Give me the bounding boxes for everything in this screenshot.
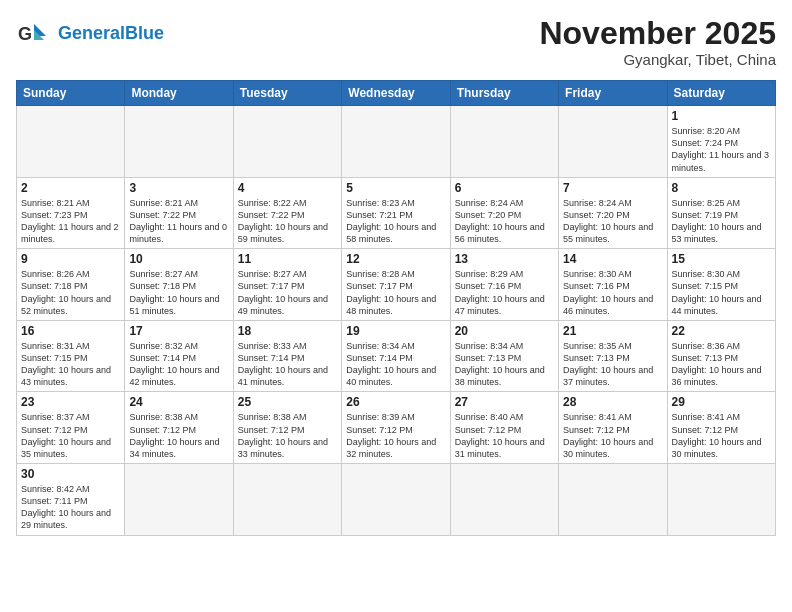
calendar-cell	[667, 464, 775, 536]
calendar-cell: 16Sunrise: 8:31 AM Sunset: 7:15 PM Dayli…	[17, 320, 125, 392]
logo-text: GeneralBlue	[58, 24, 164, 44]
day-info: Sunrise: 8:27 AM Sunset: 7:17 PM Dayligh…	[238, 268, 337, 317]
day-number: 12	[346, 252, 445, 266]
logo: G GeneralBlue	[16, 16, 164, 52]
calendar-cell	[342, 106, 450, 178]
day-number: 20	[455, 324, 554, 338]
calendar-cell: 1Sunrise: 8:20 AM Sunset: 7:24 PM Daylig…	[667, 106, 775, 178]
day-info: Sunrise: 8:42 AM Sunset: 7:11 PM Dayligh…	[21, 483, 120, 532]
svg-text:G: G	[18, 24, 32, 44]
calendar-cell: 8Sunrise: 8:25 AM Sunset: 7:19 PM Daylig…	[667, 177, 775, 249]
day-number: 23	[21, 395, 120, 409]
day-info: Sunrise: 8:38 AM Sunset: 7:12 PM Dayligh…	[238, 411, 337, 460]
day-number: 21	[563, 324, 662, 338]
day-number: 5	[346, 181, 445, 195]
day-number: 27	[455, 395, 554, 409]
calendar-cell: 2Sunrise: 8:21 AM Sunset: 7:23 PM Daylig…	[17, 177, 125, 249]
calendar-cell: 18Sunrise: 8:33 AM Sunset: 7:14 PM Dayli…	[233, 320, 341, 392]
day-number: 26	[346, 395, 445, 409]
day-info: Sunrise: 8:41 AM Sunset: 7:12 PM Dayligh…	[563, 411, 662, 460]
day-info: Sunrise: 8:32 AM Sunset: 7:14 PM Dayligh…	[129, 340, 228, 389]
calendar-cell: 25Sunrise: 8:38 AM Sunset: 7:12 PM Dayli…	[233, 392, 341, 464]
calendar-week-2: 9Sunrise: 8:26 AM Sunset: 7:18 PM Daylig…	[17, 249, 776, 321]
calendar-header-wednesday: Wednesday	[342, 81, 450, 106]
day-number: 15	[672, 252, 771, 266]
logo-icon: G	[16, 16, 52, 52]
day-info: Sunrise: 8:38 AM Sunset: 7:12 PM Dayligh…	[129, 411, 228, 460]
calendar-week-3: 16Sunrise: 8:31 AM Sunset: 7:15 PM Dayli…	[17, 320, 776, 392]
day-number: 11	[238, 252, 337, 266]
month-title: November 2025	[539, 16, 776, 51]
calendar-cell	[125, 106, 233, 178]
day-number: 14	[563, 252, 662, 266]
day-info: Sunrise: 8:29 AM Sunset: 7:16 PM Dayligh…	[455, 268, 554, 317]
calendar-cell: 14Sunrise: 8:30 AM Sunset: 7:16 PM Dayli…	[559, 249, 667, 321]
day-info: Sunrise: 8:34 AM Sunset: 7:13 PM Dayligh…	[455, 340, 554, 389]
day-number: 29	[672, 395, 771, 409]
calendar-cell: 17Sunrise: 8:32 AM Sunset: 7:14 PM Dayli…	[125, 320, 233, 392]
calendar-cell: 13Sunrise: 8:29 AM Sunset: 7:16 PM Dayli…	[450, 249, 558, 321]
calendar-cell	[342, 464, 450, 536]
day-info: Sunrise: 8:25 AM Sunset: 7:19 PM Dayligh…	[672, 197, 771, 246]
calendar-cell: 5Sunrise: 8:23 AM Sunset: 7:21 PM Daylig…	[342, 177, 450, 249]
calendar-cell: 9Sunrise: 8:26 AM Sunset: 7:18 PM Daylig…	[17, 249, 125, 321]
day-info: Sunrise: 8:39 AM Sunset: 7:12 PM Dayligh…	[346, 411, 445, 460]
calendar-week-1: 2Sunrise: 8:21 AM Sunset: 7:23 PM Daylig…	[17, 177, 776, 249]
calendar-cell: 11Sunrise: 8:27 AM Sunset: 7:17 PM Dayli…	[233, 249, 341, 321]
day-info: Sunrise: 8:24 AM Sunset: 7:20 PM Dayligh…	[455, 197, 554, 246]
calendar-cell: 4Sunrise: 8:22 AM Sunset: 7:22 PM Daylig…	[233, 177, 341, 249]
day-info: Sunrise: 8:30 AM Sunset: 7:15 PM Dayligh…	[672, 268, 771, 317]
day-info: Sunrise: 8:20 AM Sunset: 7:24 PM Dayligh…	[672, 125, 771, 174]
day-number: 19	[346, 324, 445, 338]
calendar-cell: 22Sunrise: 8:36 AM Sunset: 7:13 PM Dayli…	[667, 320, 775, 392]
calendar-cell: 6Sunrise: 8:24 AM Sunset: 7:20 PM Daylig…	[450, 177, 558, 249]
calendar-header-saturday: Saturday	[667, 81, 775, 106]
day-number: 28	[563, 395, 662, 409]
day-info: Sunrise: 8:23 AM Sunset: 7:21 PM Dayligh…	[346, 197, 445, 246]
day-info: Sunrise: 8:21 AM Sunset: 7:22 PM Dayligh…	[129, 197, 228, 246]
day-number: 1	[672, 109, 771, 123]
day-number: 6	[455, 181, 554, 195]
calendar-cell: 19Sunrise: 8:34 AM Sunset: 7:14 PM Dayli…	[342, 320, 450, 392]
calendar-cell: 15Sunrise: 8:30 AM Sunset: 7:15 PM Dayli…	[667, 249, 775, 321]
calendar-cell: 27Sunrise: 8:40 AM Sunset: 7:12 PM Dayli…	[450, 392, 558, 464]
calendar-cell: 23Sunrise: 8:37 AM Sunset: 7:12 PM Dayli…	[17, 392, 125, 464]
day-info: Sunrise: 8:36 AM Sunset: 7:13 PM Dayligh…	[672, 340, 771, 389]
day-info: Sunrise: 8:35 AM Sunset: 7:13 PM Dayligh…	[563, 340, 662, 389]
calendar-cell	[17, 106, 125, 178]
day-info: Sunrise: 8:34 AM Sunset: 7:14 PM Dayligh…	[346, 340, 445, 389]
calendar: SundayMondayTuesdayWednesdayThursdayFrid…	[16, 80, 776, 535]
calendar-header-row: SundayMondayTuesdayWednesdayThursdayFrid…	[17, 81, 776, 106]
day-number: 7	[563, 181, 662, 195]
page: G GeneralBlue November 2025 Gyangkar, Ti…	[0, 0, 792, 612]
day-info: Sunrise: 8:37 AM Sunset: 7:12 PM Dayligh…	[21, 411, 120, 460]
day-number: 24	[129, 395, 228, 409]
logo-general: General	[58, 23, 125, 43]
calendar-cell	[559, 464, 667, 536]
logo-blue: Blue	[125, 23, 164, 43]
calendar-header-thursday: Thursday	[450, 81, 558, 106]
day-info: Sunrise: 8:40 AM Sunset: 7:12 PM Dayligh…	[455, 411, 554, 460]
calendar-cell: 10Sunrise: 8:27 AM Sunset: 7:18 PM Dayli…	[125, 249, 233, 321]
calendar-cell	[450, 106, 558, 178]
calendar-cell: 26Sunrise: 8:39 AM Sunset: 7:12 PM Dayli…	[342, 392, 450, 464]
day-number: 9	[21, 252, 120, 266]
calendar-cell: 21Sunrise: 8:35 AM Sunset: 7:13 PM Dayli…	[559, 320, 667, 392]
day-number: 13	[455, 252, 554, 266]
calendar-cell	[450, 464, 558, 536]
title-block: November 2025 Gyangkar, Tibet, China	[539, 16, 776, 68]
day-info: Sunrise: 8:33 AM Sunset: 7:14 PM Dayligh…	[238, 340, 337, 389]
header: G GeneralBlue November 2025 Gyangkar, Ti…	[16, 16, 776, 68]
day-number: 17	[129, 324, 228, 338]
calendar-week-0: 1Sunrise: 8:20 AM Sunset: 7:24 PM Daylig…	[17, 106, 776, 178]
day-info: Sunrise: 8:24 AM Sunset: 7:20 PM Dayligh…	[563, 197, 662, 246]
calendar-header-friday: Friday	[559, 81, 667, 106]
day-info: Sunrise: 8:27 AM Sunset: 7:18 PM Dayligh…	[129, 268, 228, 317]
day-info: Sunrise: 8:41 AM Sunset: 7:12 PM Dayligh…	[672, 411, 771, 460]
day-info: Sunrise: 8:28 AM Sunset: 7:17 PM Dayligh…	[346, 268, 445, 317]
calendar-cell	[233, 106, 341, 178]
day-info: Sunrise: 8:26 AM Sunset: 7:18 PM Dayligh…	[21, 268, 120, 317]
day-number: 22	[672, 324, 771, 338]
day-number: 30	[21, 467, 120, 481]
day-info: Sunrise: 8:30 AM Sunset: 7:16 PM Dayligh…	[563, 268, 662, 317]
